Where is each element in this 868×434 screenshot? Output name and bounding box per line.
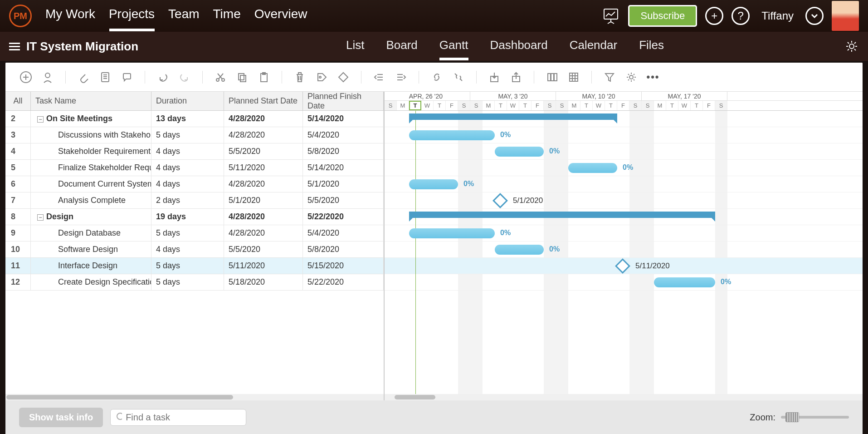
duration-cell[interactable]: 4 days [151, 160, 224, 176]
add-button[interactable]: + [705, 7, 723, 25]
start-cell[interactable]: 5/11/2020 [224, 160, 303, 176]
task-bar[interactable] [495, 147, 544, 157]
more-icon[interactable]: ••• [646, 70, 660, 84]
table-row[interactable]: 6Document Current System4 days4/28/20205… [5, 176, 384, 192]
finish-cell[interactable]: 5/8/2020 [303, 143, 384, 159]
link-icon[interactable] [430, 70, 444, 84]
find-task-input[interactable] [126, 412, 240, 423]
task-name-cell[interactable]: Design Database [31, 225, 151, 241]
indent-icon[interactable] [394, 70, 408, 84]
table-row[interactable]: 2−On Site Meetings13 days4/28/20205/14/2… [5, 111, 384, 127]
start-cell[interactable]: 5/5/2020 [224, 242, 303, 257]
duration-cell[interactable]: 4 days [151, 176, 224, 192]
finish-cell[interactable]: 5/14/2020 [303, 160, 384, 176]
filter-icon[interactable] [603, 70, 616, 84]
summary-bar[interactable] [409, 113, 617, 120]
help-button[interactable]: ? [731, 7, 750, 25]
view-calendar[interactable]: Calendar [570, 38, 618, 55]
finish-cell[interactable]: 5/8/2020 [303, 242, 384, 257]
duration-cell[interactable]: 5 days [151, 127, 224, 143]
presentation-icon[interactable] [602, 7, 620, 25]
columns-icon[interactable] [545, 70, 559, 84]
view-list[interactable]: List [346, 38, 364, 55]
undo-icon[interactable] [156, 70, 170, 84]
gantt-row[interactable]: 0% [385, 225, 863, 242]
start-cell[interactable]: 5/1/2020 [224, 192, 303, 208]
task-name-cell[interactable]: Stakeholder Requirements [31, 143, 151, 159]
duration-cell[interactable]: 5 days [151, 225, 224, 241]
attach-icon[interactable] [77, 70, 90, 84]
tag-icon[interactable] [315, 70, 328, 84]
duration-cell[interactable]: 5 days [151, 258, 224, 274]
task-bar[interactable] [568, 163, 617, 173]
milestone-diamond[interactable] [615, 258, 630, 274]
start-cell[interactable]: 4/28/2020 [224, 111, 303, 127]
view-files[interactable]: Files [639, 38, 664, 55]
app-logo[interactable]: PM [9, 5, 32, 27]
view-dashboard[interactable]: Dashboard [490, 38, 547, 55]
outdent-icon[interactable] [372, 70, 386, 84]
duration-cell[interactable]: 5 days [151, 274, 224, 290]
comment-icon[interactable] [120, 70, 134, 84]
start-cell[interactable]: 4/28/2020 [224, 225, 303, 241]
duration-cell[interactable]: 13 days [151, 111, 224, 127]
subscribe-button[interactable]: Subscribe [628, 5, 697, 27]
task-name-cell[interactable]: Create Design Specificatio [31, 274, 151, 290]
gantt-body[interactable]: 0%0%0%0%5/1/20200%0%5/11/20200% [385, 111, 863, 394]
zoom-slider[interactable] [781, 416, 849, 419]
table-row[interactable]: 7Analysis Complete2 days5/1/20205/5/2020 [5, 192, 384, 209]
assign-icon[interactable] [41, 70, 54, 84]
duration-cell[interactable]: 4 days [151, 143, 224, 159]
col-header-finish[interactable]: Planned Finish Date [303, 92, 384, 110]
duration-cell[interactable]: 19 days [151, 209, 224, 225]
show-task-info-button[interactable]: Show task info [19, 408, 103, 427]
finish-cell[interactable]: 5/5/2020 [303, 192, 384, 208]
table-row[interactable]: 9Design Database5 days4/28/20205/4/2020 [5, 225, 384, 242]
paste-icon[interactable] [257, 70, 271, 84]
task-bar[interactable] [654, 277, 715, 287]
duration-cell[interactable]: 2 days [151, 192, 224, 208]
user-dropdown-icon[interactable] [805, 7, 824, 25]
import-icon[interactable] [488, 70, 501, 84]
summary-bar[interactable] [409, 212, 715, 218]
col-header-name[interactable]: Task Name [31, 92, 151, 110]
col-header-duration[interactable]: Duration [151, 92, 224, 110]
start-cell[interactable]: 4/28/2020 [224, 127, 303, 143]
find-task-search[interactable] [110, 409, 246, 426]
task-name-cell[interactable]: Interface Design [31, 258, 151, 274]
table-row[interactable]: 12Create Design Specificatio5 days5/18/2… [5, 274, 384, 291]
gantt-row[interactable]: 0% [385, 160, 863, 176]
user-name[interactable]: Tiffany [761, 10, 794, 22]
notes-icon[interactable] [98, 70, 112, 84]
finish-cell[interactable]: 5/4/2020 [303, 127, 384, 143]
task-name-cell[interactable]: Document Current System [31, 176, 151, 192]
col-header-start[interactable]: Planned Start Date [224, 92, 303, 110]
gantt-row[interactable]: 0% [385, 127, 863, 143]
gantt-row[interactable]: 0% [385, 143, 863, 160]
start-cell[interactable]: 4/28/2020 [224, 176, 303, 192]
collapse-icon[interactable]: − [37, 214, 44, 221]
gantt-row[interactable]: 0% [385, 274, 863, 291]
export-icon[interactable] [509, 70, 523, 84]
tab-team[interactable]: Team [168, 7, 199, 25]
grid-icon[interactable] [567, 70, 580, 84]
gantt-hscroll[interactable] [385, 394, 863, 400]
start-cell[interactable]: 5/11/2020 [224, 258, 303, 274]
delete-icon[interactable] [293, 70, 307, 84]
copy-icon[interactable] [235, 70, 249, 84]
table-row[interactable]: 4Stakeholder Requirements4 days5/5/20205… [5, 143, 384, 160]
duration-cell[interactable]: 4 days [151, 242, 224, 257]
finish-cell[interactable]: 5/4/2020 [303, 225, 384, 241]
task-bar[interactable] [409, 179, 458, 189]
task-name-cell[interactable]: Discussions with Stakehol [31, 127, 151, 143]
finish-cell[interactable]: 5/22/2020 [303, 209, 384, 225]
grid-hscroll[interactable] [5, 394, 384, 400]
table-row[interactable]: 8−Design19 days4/28/20205/22/2020 [5, 209, 384, 225]
start-cell[interactable]: 5/18/2020 [224, 274, 303, 290]
task-name-cell[interactable]: Software Design [31, 242, 151, 257]
start-cell[interactable]: 5/5/2020 [224, 143, 303, 159]
finish-cell[interactable]: 5/15/2020 [303, 258, 384, 274]
add-task-icon[interactable] [19, 70, 33, 84]
view-board[interactable]: Board [386, 38, 417, 55]
task-bar[interactable] [409, 228, 495, 238]
